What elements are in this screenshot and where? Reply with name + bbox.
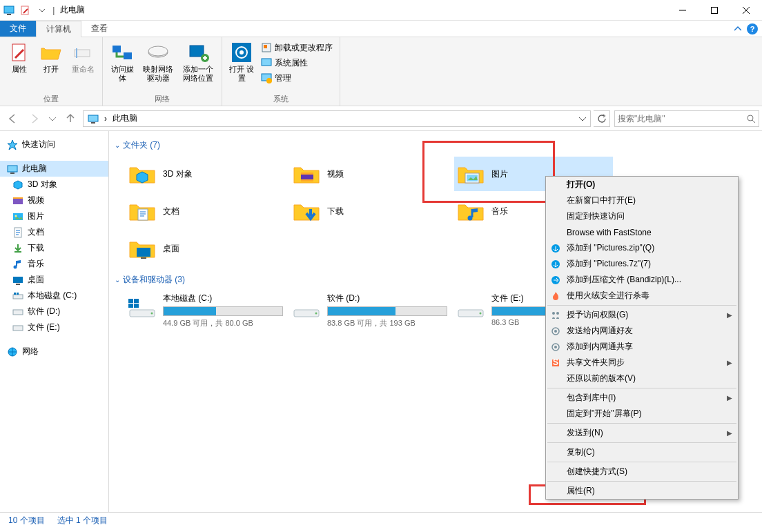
tab-file[interactable]: 文件 bbox=[0, 21, 36, 37]
cm-shortcut[interactable]: 创建快捷方式(S) bbox=[546, 464, 738, 480]
folder-item[interactable]: 文档 bbox=[126, 194, 284, 228]
folder-item[interactable]: 视频 bbox=[290, 157, 449, 191]
drive-label: 软件 (D:) bbox=[327, 293, 447, 304]
cm-new-window[interactable]: 在新窗口中打开(E) bbox=[546, 193, 738, 208]
svg-rect-3 bbox=[712, 7, 718, 13]
status-bar: 10 个项目 选中 1 个项目 bbox=[0, 512, 762, 529]
sidebar-drive-c[interactable]: 本地磁盘 (C:) bbox=[0, 288, 108, 304]
tab-computer[interactable]: 计算机 bbox=[36, 21, 81, 37]
minimize-button[interactable] bbox=[667, 0, 698, 21]
cm-add-zip[interactable]: 添加到 "Pictures.zip"(Q) bbox=[546, 240, 738, 256]
cm-share-sync[interactable]: S共享文件夹同步▶ bbox=[546, 355, 738, 371]
folder-icon bbox=[291, 160, 322, 188]
folder-label: 音乐 bbox=[491, 206, 508, 217]
cm-grant-access[interactable]: 授予访问权限(G)▶ bbox=[546, 307, 738, 323]
cm-faststone[interactable]: Browse with FastStone bbox=[546, 224, 738, 240]
status-count: 10 个项目 bbox=[8, 515, 45, 526]
search-input[interactable] bbox=[618, 114, 746, 124]
cm-copy[interactable]: 复制(C) bbox=[546, 444, 738, 460]
folder-icon bbox=[127, 160, 157, 188]
cm-properties[interactable]: 属性(R) bbox=[546, 483, 738, 499]
cm-send-to[interactable]: 发送到(N)▶ bbox=[546, 425, 738, 441]
folder-item[interactable]: 下载 bbox=[290, 194, 449, 228]
sidebar-quick-access[interactable]: 快速访问 bbox=[0, 137, 108, 152]
cm-pin-quick[interactable]: 固定到快速访问 bbox=[546, 208, 738, 224]
ribbon-open[interactable]: 打开 bbox=[36, 40, 66, 75]
refresh-button[interactable] bbox=[594, 110, 610, 127]
qat-dropdown-icon[interactable] bbox=[35, 3, 50, 18]
ribbon-uninstall[interactable]: 卸载或更改程序 bbox=[258, 40, 335, 55]
folder-icon bbox=[456, 160, 486, 188]
cm-bandizip[interactable]: 添加到压缩文件 (Bandizip)(L)... bbox=[546, 272, 738, 288]
ribbon: 属性 打开 重命名 位置 访问媒体 映射网络 驱动器 bbox=[0, 37, 762, 106]
nav-history[interactable] bbox=[47, 109, 58, 128]
cm-huorong[interactable]: 使用火绒安全进行杀毒 bbox=[546, 288, 738, 304]
sidebar-drive-d[interactable]: 软件 (D:) bbox=[0, 304, 108, 319]
collapse-ribbon-icon[interactable] bbox=[734, 26, 741, 32]
ribbon-group-system: 系统 bbox=[226, 92, 335, 106]
sidebar-music[interactable]: 音乐 bbox=[0, 256, 108, 272]
cm-library[interactable]: 包含到库中(I)▶ bbox=[546, 390, 738, 406]
ribbon-properties[interactable]: 属性 bbox=[4, 40, 35, 75]
nav-forward[interactable] bbox=[25, 109, 44, 128]
help-icon[interactable]: ? bbox=[747, 23, 758, 35]
ribbon-tabs: 文件 计算机 查看 ? bbox=[0, 21, 762, 37]
folder-item[interactable]: 3D 对象 bbox=[126, 157, 284, 191]
cm-pin-start[interactable]: 固定到"开始"屏幕(P) bbox=[546, 406, 738, 422]
svg-rect-36 bbox=[17, 293, 19, 295]
cm-add-7z[interactable]: 添加到 "Pictures.7z"(7) bbox=[546, 256, 738, 272]
search-box[interactable] bbox=[614, 110, 759, 127]
ribbon-open-settings[interactable]: 打开 设置 bbox=[226, 40, 257, 84]
drive-item[interactable]: 软件 (D:)83.8 GB 可用，共 193 GB bbox=[290, 291, 449, 330]
bandizip-icon bbox=[550, 275, 561, 286]
ribbon-map-drive[interactable]: 映射网络 驱动器 bbox=[139, 40, 177, 84]
drive-item[interactable]: 本地磁盘 (C:)44.9 GB 可用，共 80.0 GB bbox=[126, 291, 284, 330]
search-icon[interactable] bbox=[746, 114, 756, 124]
ribbon-manage[interactable]: 管理 bbox=[258, 70, 335, 86]
sidebar-documents[interactable]: 文档 bbox=[0, 224, 108, 240]
ribbon-rename[interactable]: 重命名 bbox=[68, 40, 98, 75]
ribbon-media[interactable]: 访问媒体 bbox=[107, 40, 137, 84]
folder-label: 视频 bbox=[327, 168, 344, 180]
chevron-right-icon[interactable]: › bbox=[103, 111, 108, 126]
sidebar-downloads[interactable]: 下载 bbox=[0, 240, 108, 256]
svg-point-56 bbox=[315, 313, 318, 315]
cm-add-share[interactable]: 添加到内网通共享 bbox=[546, 339, 738, 355]
sidebar-3d-objects[interactable]: 3D 对象 bbox=[0, 177, 108, 193]
breadcrumb-thispc[interactable]: 此电脑 bbox=[110, 111, 140, 126]
nav-back[interactable] bbox=[3, 109, 22, 128]
window-title: 此电脑 bbox=[56, 4, 85, 16]
svg-rect-50 bbox=[134, 299, 139, 303]
ribbon-add-location[interactable]: 添加一个 网络位置 bbox=[179, 40, 217, 84]
sidebar-drive-e[interactable]: 文件 (E:) bbox=[0, 319, 108, 335]
drive-icon bbox=[127, 293, 157, 320]
nav-up[interactable] bbox=[61, 109, 80, 128]
svg-point-58 bbox=[480, 313, 482, 315]
ribbon-sysprops[interactable]: 系统属性 bbox=[258, 55, 335, 70]
address-bar[interactable]: › 此电脑 bbox=[83, 110, 591, 127]
sidebar-videos[interactable]: 视频 bbox=[0, 193, 108, 208]
svg-rect-21 bbox=[88, 115, 98, 121]
cm-open[interactable]: 打开(O) bbox=[546, 177, 738, 193]
sidebar-pictures[interactable]: 图片 bbox=[0, 208, 108, 224]
status-selected: 选中 1 个项目 bbox=[57, 515, 108, 526]
qat-props-icon[interactable] bbox=[18, 3, 33, 18]
sidebar-this-pc[interactable]: 此电脑 bbox=[0, 161, 108, 177]
group-folders[interactable]: ⌄文件夹 (7) bbox=[115, 137, 756, 154]
navigation-bar: › 此电脑 bbox=[0, 106, 762, 131]
address-dropdown-icon[interactable] bbox=[576, 111, 589, 126]
close-button[interactable] bbox=[730, 0, 762, 21]
folder-item[interactable]: 桌面 bbox=[126, 231, 284, 266]
sidebar-network[interactable]: 网络 bbox=[0, 344, 108, 359]
cm-send-friend[interactable]: 发送给内网通好友 bbox=[546, 323, 738, 339]
svg-rect-32 bbox=[13, 277, 23, 283]
sidebar-desktop[interactable]: 桌面 bbox=[0, 272, 108, 288]
svg-point-63 bbox=[556, 312, 559, 315]
tab-view[interactable]: 查看 bbox=[81, 21, 117, 37]
address-root-icon[interactable] bbox=[85, 111, 101, 126]
cm-restore[interactable]: 还原以前的版本(V) bbox=[546, 371, 738, 386]
svg-rect-51 bbox=[128, 304, 133, 308]
svg-text:S: S bbox=[553, 358, 558, 367]
share-icon bbox=[550, 310, 561, 321]
maximize-button[interactable] bbox=[698, 0, 730, 21]
